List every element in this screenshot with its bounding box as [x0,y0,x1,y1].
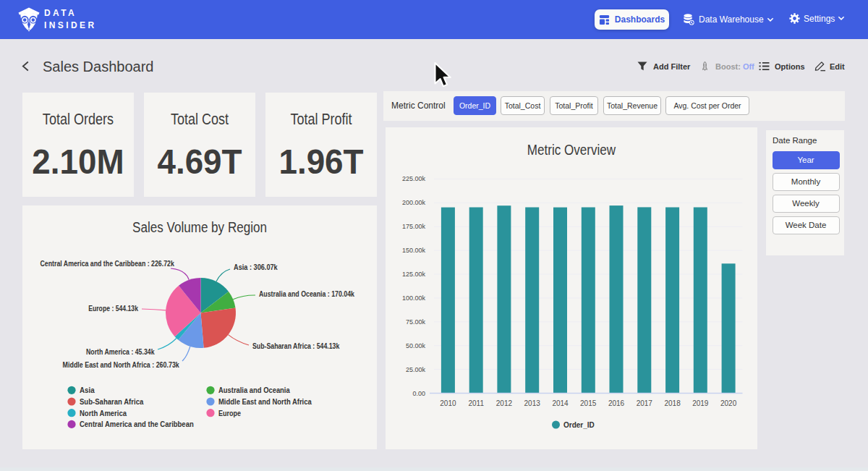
svg-text:2018: 2018 [664,399,681,407]
svg-text:Sub-Saharan Africa : 544.13k: Sub-Saharan Africa : 544.13k [252,341,340,350]
svg-text:2014: 2014 [552,399,569,407]
svg-text:Australia and Oceania: Australia and Oceania [218,386,290,394]
svg-text:0.00: 0.00 [412,390,425,397]
svg-text:2019: 2019 [692,399,709,407]
svg-text:Europe: Europe [218,409,241,417]
svg-text:2011: 2011 [468,399,484,407]
svg-text:Middle East and North Africa :: Middle East and North Africa : 260.73k [63,360,180,369]
svg-text:50.00k: 50.00k [406,342,426,349]
svg-text:75.00k: 75.00k [406,318,426,326]
svg-text:200.00k: 200.00k [402,199,426,206]
svg-text:2010: 2010 [440,399,456,407]
svg-text:Asia: Asia [80,386,95,394]
svg-text:2017: 2017 [637,399,653,407]
svg-text:2012: 2012 [496,399,513,407]
svg-text:2016: 2016 [608,399,625,407]
svg-text:Europe : 544.13k: Europe : 544.13k [88,304,138,313]
svg-text:Central America and the Caribb: Central America and the Caribbean : 226.… [41,259,175,268]
svg-text:2020: 2020 [720,399,737,407]
svg-text:225.00k: 225.00k [402,175,426,182]
svg-text:175.00k: 175.00k [402,223,426,230]
svg-text:2015: 2015 [580,399,597,407]
svg-text:Central America and the Caribb: Central America and the Caribbean [80,420,194,428]
svg-text:2013: 2013 [524,399,541,407]
svg-text:Order_ID: Order_ID [563,421,595,429]
svg-text:125.00k: 125.00k [402,271,426,278]
svg-text:Middle East and North Africa: Middle East and North Africa [218,397,312,406]
svg-text:North America: North America [80,409,127,417]
svg-text:North America : 45.34k: North America : 45.34k [86,347,155,356]
svg-text:25.00k: 25.00k [406,366,426,373]
svg-text:Australia and Oceania : 170.04: Australia and Oceania : 170.04k [259,289,355,298]
svg-text:Sub-Saharan Africa: Sub-Saharan Africa [80,397,144,406]
svg-text:150.00k: 150.00k [402,247,426,254]
svg-text:Asia : 306.07k: Asia : 306.07k [234,263,278,271]
svg-text:100.00k: 100.00k [402,294,426,302]
